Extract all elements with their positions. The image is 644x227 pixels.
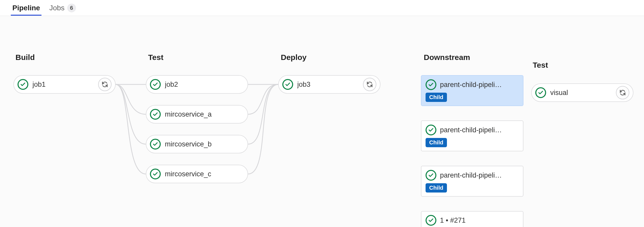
- tab-pipeline-label: Pipeline: [12, 4, 40, 12]
- stage-title-deploy: Deploy: [281, 53, 307, 62]
- child-badge: Child: [426, 183, 447, 193]
- success-icon: [426, 79, 436, 90]
- pipeline-canvas: Build Test Deploy Downstream Test job1 j…: [0, 16, 644, 227]
- tab-bar: Pipeline Jobs 6: [0, 0, 644, 16]
- job-job2[interactable]: job2: [146, 75, 248, 94]
- job-label: mircoservice_b: [165, 140, 244, 148]
- child-badge: Child: [426, 138, 447, 147]
- downstream-name: parent-child-pipeli…: [440, 81, 519, 89]
- retry-icon: [101, 81, 108, 88]
- job-label: mircoservice_a: [165, 110, 244, 118]
- success-icon: [150, 109, 161, 120]
- job-mircoservice-c[interactable]: mircoservice_c: [146, 165, 248, 183]
- retry-icon: [619, 89, 626, 96]
- downstream-name: 1 • #271: [440, 216, 519, 224]
- stage-title-test: Test: [148, 53, 163, 62]
- retry-button[interactable]: [363, 78, 376, 91]
- downstream-card-3[interactable]: 1 • #271: [421, 211, 523, 227]
- retry-icon: [366, 81, 373, 88]
- downstream-name: parent-child-pipeli…: [440, 171, 519, 179]
- job-label: job3: [297, 81, 359, 89]
- job-label: visual: [550, 89, 612, 97]
- success-icon: [426, 170, 436, 181]
- success-icon: [18, 79, 28, 90]
- tab-jobs-count: 6: [67, 4, 76, 12]
- job-label: job1: [32, 81, 94, 89]
- stage-title-test-2: Test: [533, 61, 548, 69]
- stage-title-downstream: Downstream: [424, 53, 470, 62]
- downstream-name: parent-child-pipeli…: [440, 126, 519, 134]
- job-job3[interactable]: job3: [278, 75, 380, 94]
- retry-button[interactable]: [98, 78, 112, 91]
- downstream-card-1[interactable]: parent-child-pipeli… Child: [421, 120, 523, 151]
- success-icon: [426, 215, 436, 226]
- downstream-card-0[interactable]: parent-child-pipeli… Child: [421, 75, 523, 106]
- retry-button[interactable]: [616, 86, 629, 99]
- stage-title-build: Build: [15, 53, 35, 62]
- success-icon: [150, 169, 161, 179]
- success-icon: [282, 79, 293, 90]
- job-label: job2: [165, 81, 244, 89]
- success-icon: [150, 139, 161, 150]
- success-icon: [426, 125, 436, 135]
- job-mircoservice-b[interactable]: mircoservice_b: [146, 135, 248, 153]
- success-icon: [535, 87, 546, 98]
- child-badge: Child: [426, 93, 447, 102]
- job-mircoservice-a[interactable]: mircoservice_a: [146, 105, 248, 124]
- success-icon: [150, 79, 161, 90]
- downstream-card-2[interactable]: parent-child-pipeli… Child: [421, 166, 523, 197]
- tab-jobs[interactable]: Jobs 6: [48, 0, 77, 16]
- tab-pipeline[interactable]: Pipeline: [11, 0, 41, 16]
- job-label: mircoservice_c: [165, 170, 244, 178]
- tab-jobs-label: Jobs: [49, 4, 64, 12]
- job-visual[interactable]: visual: [531, 83, 633, 102]
- job-job1[interactable]: job1: [13, 75, 116, 94]
- pipeline-connectors: [0, 16, 644, 227]
